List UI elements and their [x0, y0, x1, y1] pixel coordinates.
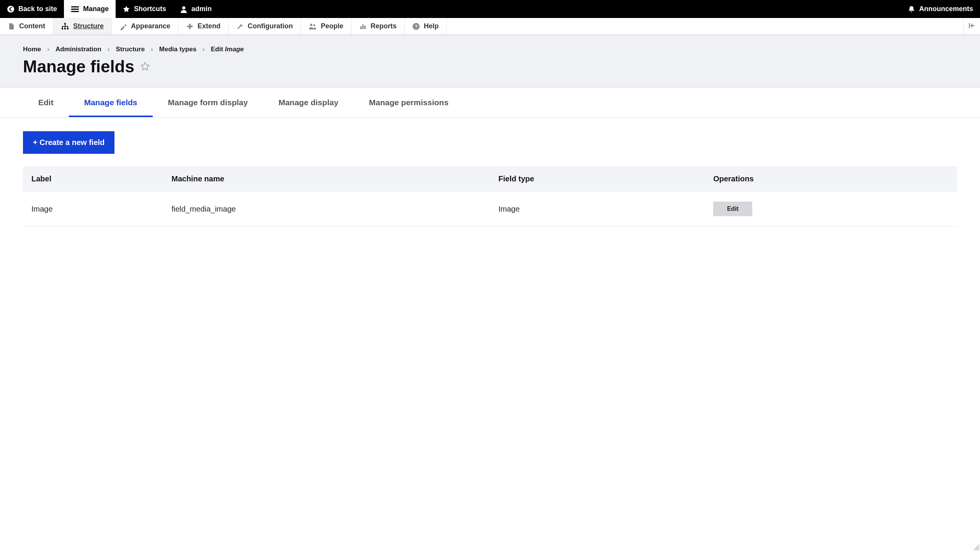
announcements-button[interactable]: Announcements	[901, 0, 980, 18]
create-new-field-button[interactable]: + Create a new field	[23, 131, 114, 154]
svg-point-7	[314, 24, 315, 26]
tab-manage-permissions[interactable]: Manage permissions	[354, 88, 464, 117]
admin-menu-extend-label: Extend	[198, 22, 220, 30]
svg-text:?: ?	[415, 24, 418, 29]
row-machine-name: field_media_image	[163, 192, 490, 227]
chevron-right-icon: ›	[47, 46, 49, 53]
appearance-icon	[119, 23, 127, 30]
tab-manage-form-display[interactable]: Manage form display	[153, 88, 263, 117]
table-header-label: Label	[23, 166, 163, 192]
admin-menu-people-label: People	[321, 22, 343, 30]
help-icon: ?	[412, 23, 420, 30]
svg-rect-13	[969, 23, 970, 28]
shortcuts-button[interactable]: Shortcuts	[116, 0, 173, 18]
breadcrumb-edit-prefix: Edit	[211, 46, 225, 53]
table-row: Image field_media_image Image Edit	[23, 192, 957, 227]
admin-menu-reports-label: Reports	[371, 22, 397, 30]
breadcrumb-media-types[interactable]: Media types	[159, 46, 196, 53]
admin-menu-help-label: Help	[424, 22, 439, 30]
structure-icon	[61, 22, 69, 31]
row-field-type: Image	[490, 192, 705, 227]
svg-rect-10	[364, 26, 366, 29]
shortcuts-label: Shortcuts	[134, 5, 166, 13]
tab-manage-display[interactable]: Manage display	[263, 88, 353, 117]
breadcrumb-home[interactable]: Home	[23, 46, 41, 53]
chevron-right-icon: ›	[108, 46, 110, 53]
bell-icon	[908, 5, 915, 13]
admin-menu-help[interactable]: ? Help	[405, 18, 447, 34]
admin-menu-content-label: Content	[19, 22, 45, 30]
user-icon	[180, 5, 188, 13]
resize-grip-icon	[972, 543, 979, 550]
toolbar-top: Back to site Manage Shortcuts admin	[0, 0, 980, 18]
back-icon	[7, 5, 15, 13]
row-operations: Edit	[705, 192, 957, 227]
content-icon	[8, 23, 15, 30]
hamburger-icon	[71, 5, 79, 13]
breadcrumb-structure[interactable]: Structure	[116, 46, 145, 53]
collapse-icon	[968, 22, 976, 31]
admin-menu-content[interactable]: Content	[0, 18, 53, 34]
tab-manage-fields[interactable]: Manage fields	[69, 88, 153, 117]
admin-user-button[interactable]: admin	[173, 0, 219, 18]
svg-point-6	[310, 24, 312, 26]
favorite-star-button[interactable]	[140, 61, 150, 72]
admin-user-label: admin	[191, 5, 212, 13]
announcements-label: Announcements	[919, 5, 973, 13]
back-to-site-button[interactable]: Back to site	[0, 0, 64, 18]
svg-point-2	[64, 23, 66, 24]
svg-point-0	[7, 6, 14, 13]
admin-menu-appearance-label: Appearance	[131, 22, 170, 30]
svg-point-3	[62, 28, 64, 29]
table-header-field-type: Field type	[490, 166, 705, 192]
admin-menu-appearance[interactable]: Appearance	[112, 18, 178, 34]
table-header-operations: Operations	[705, 166, 957, 192]
admin-menu-structure[interactable]: Structure	[53, 18, 112, 34]
reports-icon	[359, 23, 367, 30]
admin-menu-collapse-button[interactable]	[963, 18, 980, 34]
breadcrumb-administration[interactable]: Administration	[56, 46, 101, 53]
breadcrumb-edit-item: Image	[225, 46, 244, 53]
svg-point-1	[182, 6, 185, 9]
manage-button[interactable]: Manage	[64, 0, 116, 18]
svg-rect-9	[362, 24, 364, 29]
table-header-machine-name: Machine name	[163, 166, 490, 192]
configuration-icon	[236, 23, 244, 30]
star-icon	[122, 5, 130, 13]
admin-menu: Content Structure Appearance Extend Conf…	[0, 18, 980, 35]
breadcrumb: Home › Administration › Structure › Medi…	[0, 35, 980, 53]
svg-rect-8	[360, 26, 362, 29]
chevron-right-icon: ›	[151, 46, 153, 53]
admin-menu-extend[interactable]: Extend	[178, 18, 229, 34]
people-icon	[309, 23, 317, 30]
fields-table: Label Machine name Field type Operations…	[23, 166, 957, 227]
edit-field-button[interactable]: Edit	[713, 202, 752, 216]
admin-menu-reports[interactable]: Reports	[351, 18, 405, 34]
chevron-right-icon: ›	[203, 46, 205, 53]
svg-point-4	[64, 28, 66, 29]
extend-icon	[186, 23, 194, 30]
page-title: Manage fields	[23, 57, 134, 76]
back-to-site-label: Back to site	[18, 5, 57, 13]
tab-edit[interactable]: Edit	[23, 88, 69, 117]
primary-tabs: Edit Manage fields Manage form display M…	[0, 88, 980, 117]
svg-point-5	[67, 28, 69, 29]
breadcrumb-edit-image[interactable]: Edit Image	[211, 46, 244, 53]
admin-menu-configuration-label: Configuration	[248, 22, 293, 30]
admin-menu-people[interactable]: People	[301, 18, 351, 34]
row-label: Image	[23, 192, 163, 227]
admin-menu-configuration[interactable]: Configuration	[229, 18, 301, 34]
admin-menu-structure-label: Structure	[73, 22, 104, 30]
manage-label: Manage	[83, 5, 109, 13]
